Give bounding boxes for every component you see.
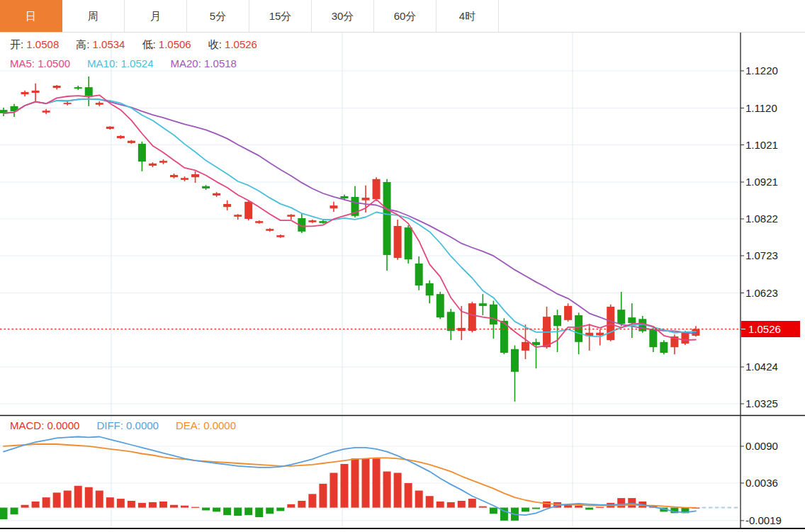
- axis-ticks: [741, 71, 744, 521]
- tab-timeframe-6[interactable]: 60分: [374, 0, 437, 32]
- tab-timeframe-3[interactable]: 5分: [187, 0, 249, 32]
- macd-lines: [4, 437, 741, 516]
- current-price-value: 1.0526: [748, 323, 781, 335]
- ma-legend-item-2: MA20: 1.0518: [171, 57, 237, 69]
- axis-tick-label: 1.0822: [745, 213, 778, 225]
- candles: [0, 77, 699, 402]
- axis-tick-label: 1.1220: [745, 64, 778, 77]
- ohlc-legend-item-1: 高: 1.0534: [76, 38, 125, 50]
- macd-legend: MACD: 0.0000DIFF: 0.0000DEA: 0.0000: [10, 419, 253, 431]
- ma-legend-item-0: MA5: 1.0500: [10, 57, 70, 69]
- ohlc-legend: 开: 1.0508高: 1.0534低: 1.0506收: 1.0526: [10, 38, 274, 52]
- macd-legend-item-0: MACD: 0.0000: [10, 419, 79, 431]
- chart-canvas: [0, 0, 805, 532]
- price-tag-tick: [741, 329, 745, 329]
- ohlc-legend-item-2: 低: 1.0506: [142, 38, 191, 50]
- ohlc-legend-item-0: 开: 1.0508: [10, 38, 59, 50]
- axis-tick-label: 1.1120: [745, 102, 777, 114]
- tab-timeframe-1[interactable]: 周: [62, 0, 125, 32]
- macd-histogram: [0, 458, 699, 521]
- tab-timeframe-5[interactable]: 30分: [312, 0, 374, 32]
- macd-legend-item-1: DIFF: 0.0000: [96, 419, 159, 431]
- axis-tick-label: 1.0921: [745, 176, 778, 188]
- tab-timeframe-7[interactable]: 4时: [437, 0, 499, 32]
- axis-tick-label: 1.0424: [745, 361, 778, 373]
- axis-tick-label: 1.0325: [745, 397, 778, 409]
- axis-tick-label: 0.0090: [745, 440, 778, 452]
- ma-legend-item-1: MA10: 1.0524: [87, 57, 153, 69]
- ohlc-legend-item-3: 收: 1.0526: [208, 38, 257, 50]
- macd-legend-item-2: DEA: 0.0000: [176, 419, 236, 431]
- axis-tick-label: -0.0019: [745, 514, 782, 526]
- grid-lines: [0, 33, 741, 528]
- axis-tick-label: 1.0723: [745, 249, 778, 261]
- ma-legend: MA5: 1.0500MA10: 1.0524MA20: 1.0518: [10, 57, 254, 69]
- current-price-tag: 1.0526: [741, 321, 800, 337]
- tab-timeframe-0[interactable]: 日: [0, 0, 62, 32]
- panel-borders: [0, 32, 805, 528]
- tab-timeframe-4[interactable]: 15分: [249, 0, 312, 32]
- axis-tick-label: 1.0623: [745, 287, 778, 299]
- axis-tick-label: 1.1021: [745, 139, 778, 151]
- ma-lines: [4, 95, 696, 347]
- axis-tick-label: 0.0036: [745, 477, 778, 489]
- timeframe-tabbar: 日周月5分15分30分60分4时: [0, 0, 805, 33]
- tab-timeframe-2[interactable]: 月: [125, 0, 187, 32]
